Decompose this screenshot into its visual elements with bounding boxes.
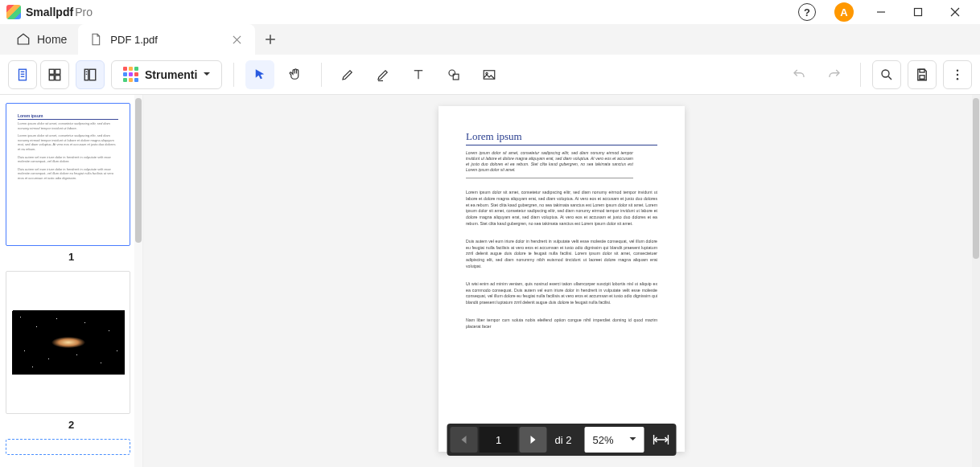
chevron-down-icon — [204, 68, 210, 81]
hand-tool-button[interactable] — [281, 60, 310, 89]
svg-rect-30 — [920, 75, 924, 79]
grid-icon — [47, 68, 62, 82]
thumbnail-page-number: 2 — [6, 419, 137, 431]
thumbnail-page-2 — [6, 271, 130, 414]
page-intro: Lorem ipsum dolor sit amet, consetetur s… — [466, 150, 633, 178]
svg-line-28 — [888, 76, 891, 80]
minimize-icon — [876, 7, 886, 17]
separator — [233, 63, 234, 87]
page-paragraph: Nam liber tempor cum soluta nobis eleife… — [466, 317, 657, 330]
separator — [321, 63, 322, 87]
image-tool-button[interactable] — [475, 60, 504, 89]
page-title: Lorem ipsum — [466, 130, 657, 145]
thumbnail-item[interactable]: 2 — [6, 271, 137, 431]
draw-tool-button[interactable] — [333, 60, 362, 89]
highlight-tool-button[interactable] — [369, 60, 397, 89]
zoom-value: 52% — [592, 434, 613, 446]
view-grid-button[interactable] — [40, 60, 69, 89]
tools-dropdown[interactable]: Strumenti — [111, 60, 222, 89]
page-number-input[interactable] — [480, 427, 518, 453]
svg-point-33 — [957, 78, 958, 80]
save-button[interactable] — [908, 60, 937, 89]
page-paragraph: Duis autem vel eum iriure dolor in hendr… — [466, 239, 657, 270]
tools-icon — [123, 67, 138, 82]
undo-icon — [792, 68, 806, 82]
highlighter-icon — [376, 68, 390, 82]
thumbnail-item[interactable]: Lorem ipsum Lorem ipsum dolor sit amet, … — [6, 103, 137, 263]
help-button[interactable]: ? — [789, 0, 826, 24]
single-page-icon — [15, 68, 30, 82]
view-single-page-button[interactable] — [8, 60, 37, 89]
svg-rect-29 — [920, 69, 924, 72]
image-icon — [482, 68, 496, 82]
close-icon — [233, 35, 241, 44]
home-icon — [16, 32, 31, 47]
galaxy-image — [12, 310, 125, 375]
more-button[interactable] — [943, 60, 972, 89]
app-name: Smallpdf — [26, 6, 73, 18]
home-tab-label: Home — [37, 33, 67, 46]
thumbnail-page-1: Lorem ipsum Lorem ipsum dolor sit amet, … — [6, 103, 130, 246]
undo-button[interactable] — [784, 60, 813, 89]
window-close-button[interactable] — [937, 0, 974, 24]
svg-rect-16 — [84, 69, 89, 80]
pointer-icon — [253, 68, 267, 82]
document-tab-title: PDF 1.pdf — [110, 34, 221, 46]
shape-icon — [447, 68, 461, 82]
avatar-initial: A — [834, 2, 854, 22]
thumbnail-page-number: 1 — [6, 251, 137, 263]
viewer-scrollbar[interactable] — [972, 95, 980, 467]
app-suffix: Pro — [75, 6, 93, 18]
tab-bar: Home PDF 1.pdf — [0, 24, 980, 55]
chevron-left-icon — [460, 435, 468, 444]
file-icon — [89, 33, 102, 46]
drop-zone[interactable] — [6, 439, 130, 455]
fit-width-button[interactable] — [649, 427, 673, 453]
page-paragraph: Ut wisi enim ad minim veniam, quis nostr… — [466, 281, 657, 306]
svg-rect-15 — [56, 75, 60, 80]
document-tab[interactable]: PDF 1.pdf — [78, 24, 255, 55]
zoom-dropdown[interactable]: 52% — [584, 427, 644, 453]
main-area: Lorem ipsum Lorem ipsum dolor sit amet, … — [0, 95, 980, 467]
plus-icon — [265, 34, 276, 45]
sidebar-icon — [83, 68, 97, 82]
close-icon — [950, 7, 960, 17]
maximize-icon — [913, 7, 923, 17]
redo-button[interactable] — [820, 60, 849, 89]
svg-rect-17 — [89, 69, 96, 80]
svg-point-31 — [957, 69, 958, 71]
prev-page-button[interactable] — [451, 427, 478, 453]
select-tool-button[interactable] — [245, 60, 274, 89]
new-tab-button[interactable] — [255, 24, 286, 55]
user-avatar[interactable]: A — [826, 0, 863, 24]
home-tab[interactable]: Home — [5, 24, 78, 55]
next-page-button[interactable] — [520, 427, 547, 453]
save-icon — [915, 68, 929, 82]
tab-close-button[interactable] — [229, 32, 244, 47]
document-viewer[interactable]: Lorem ipsum Lorem ipsum dolor sit amet, … — [143, 95, 980, 467]
view-sidebar-button[interactable] — [76, 60, 105, 89]
svg-rect-1 — [915, 9, 922, 16]
window-maximize-button[interactable] — [900, 0, 937, 24]
svg-rect-12 — [49, 69, 54, 74]
sidebar-scrollbar[interactable] — [134, 95, 142, 467]
text-icon — [411, 68, 426, 82]
search-icon — [879, 68, 894, 82]
thumbnail-panel: Lorem ipsum Lorem ipsum dolor sit amet, … — [0, 95, 143, 467]
svg-point-23 — [449, 70, 455, 76]
window-minimize-button[interactable] — [863, 0, 900, 24]
toolbar: Strumenti — [0, 55, 980, 95]
svg-point-32 — [957, 73, 958, 75]
pencil-icon — [340, 68, 355, 82]
shape-tool-button[interactable] — [439, 60, 468, 89]
search-button[interactable] — [872, 60, 901, 89]
scrollbar-thumb[interactable] — [135, 98, 142, 243]
document-page: Lorem ipsum Lorem ipsum dolor sit amet, … — [439, 106, 685, 452]
more-vertical-icon — [950, 68, 965, 82]
svg-rect-14 — [49, 75, 54, 80]
chevron-down-icon — [630, 433, 636, 446]
fit-width-icon — [653, 434, 669, 445]
text-tool-button[interactable] — [404, 60, 433, 89]
page-control-bar: di 2 52% — [447, 424, 677, 456]
scrollbar-thumb[interactable] — [973, 98, 979, 259]
